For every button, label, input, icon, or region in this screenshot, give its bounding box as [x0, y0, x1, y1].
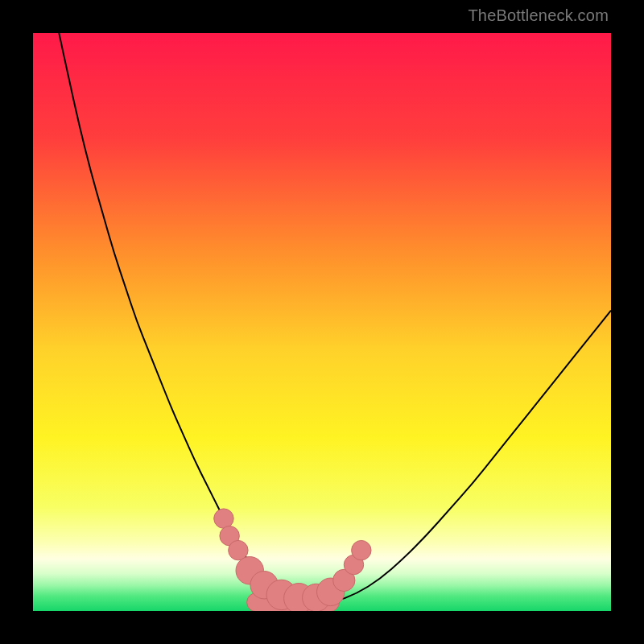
- svg-point-13: [352, 540, 371, 559]
- trough-beads: [214, 509, 371, 611]
- bottleneck-curve: [59, 33, 611, 604]
- svg-point-2: [214, 509, 233, 528]
- chart-frame: TheBottleneck.com: [0, 0, 644, 644]
- curve-layer: [33, 33, 611, 611]
- plot-area: [33, 33, 611, 611]
- watermark-text: TheBottleneck.com: [468, 6, 609, 25]
